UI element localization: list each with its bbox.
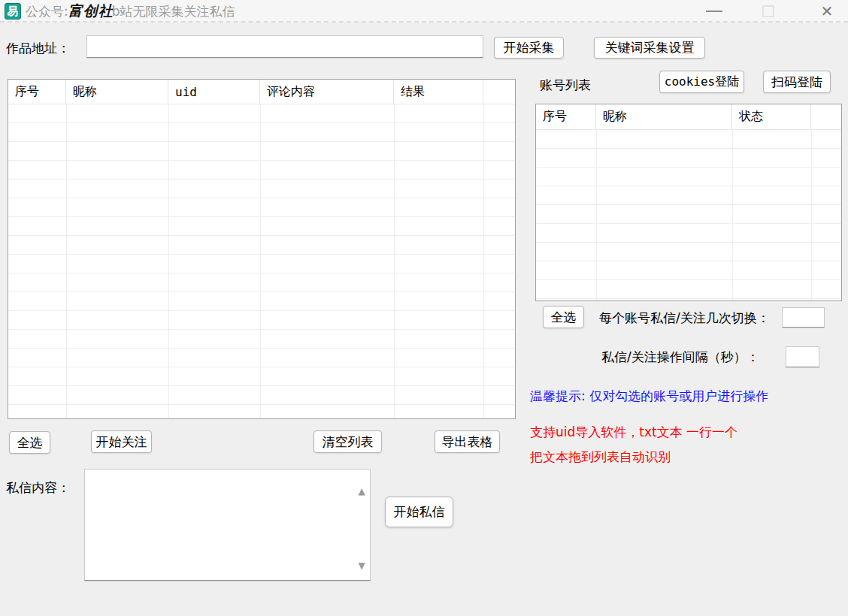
hint-blue-note: 温馨提示: 仅对勾选的账号或用户进行操作 xyxy=(530,388,768,405)
column-divider xyxy=(483,104,484,418)
url-label: 作品地址： xyxy=(6,40,70,57)
export-table-button[interactable]: 导出表格 xyxy=(435,430,500,453)
clear-list-button[interactable]: 清空列表 xyxy=(313,430,382,453)
column-header-spacer xyxy=(483,80,515,104)
qr-login-button[interactable]: 扫码登陆 xyxy=(763,71,831,93)
start-dm-button[interactable]: 开始私信 xyxy=(385,497,453,527)
start-follow-button[interactable]: 开始关注 xyxy=(91,430,152,453)
hint-red-line1: 支持uid导入软件，txt文本 一行一个 xyxy=(530,424,737,441)
accounts-select-all-button[interactable]: 全选 xyxy=(543,306,584,328)
column-divider xyxy=(168,104,169,418)
column-header-result[interactable]: 结果 xyxy=(394,80,483,104)
comments-select-all-button[interactable]: 全选 xyxy=(9,431,50,454)
switch-count-input[interactable] xyxy=(782,307,825,328)
column-header-index[interactable]: 序号 xyxy=(536,104,596,129)
window-title: 公众号:富创社b站无限采集关注私信 xyxy=(26,0,235,23)
column-divider xyxy=(811,130,812,300)
interval-input[interactable] xyxy=(786,346,819,367)
column-divider xyxy=(260,104,261,418)
maximize-button[interactable] xyxy=(752,0,785,23)
column-header-nickname[interactable]: 昵称 xyxy=(66,80,168,104)
maximize-icon xyxy=(762,5,774,17)
column-divider xyxy=(596,130,597,300)
hint-red-line2: 把文本拖到列表自动识别 xyxy=(530,448,671,466)
close-button[interactable]: ✕ xyxy=(810,0,843,23)
window-title-prefix: 公众号: xyxy=(26,3,68,20)
scroll-up-icon[interactable]: ▲ xyxy=(356,486,367,497)
column-divider xyxy=(66,104,67,418)
switch-count-label: 每个账号私信/关注几次切换： xyxy=(599,310,770,327)
column-header-spacer xyxy=(811,104,841,129)
url-input[interactable] xyxy=(86,35,483,58)
start-collect-button[interactable]: 开始采集 xyxy=(494,37,564,59)
window-title-brand: 富创社 xyxy=(68,2,114,21)
scroll-down-icon[interactable]: ▼ xyxy=(356,560,367,571)
comments-table-body[interactable] xyxy=(8,104,515,418)
column-header-comment[interactable]: 评论内容 xyxy=(260,80,394,104)
window-title-rest: b站无限采集关注私信 xyxy=(112,3,235,20)
dm-content-label: 私信内容： xyxy=(6,479,70,497)
column-header-uid[interactable]: uid xyxy=(168,80,260,104)
accounts-table-body[interactable] xyxy=(536,130,841,300)
column-header-index[interactable]: 序号 xyxy=(8,80,66,104)
title-bar: 易 公众号:富创社b站无限采集关注私信 ✕ xyxy=(0,0,848,23)
column-divider xyxy=(732,130,733,300)
interval-label: 私信/关注操作间隔（秒）： xyxy=(601,349,759,366)
comments-table-header: 序号 昵称 uid 评论内容 结果 xyxy=(8,80,515,104)
column-header-nickname[interactable]: 昵称 xyxy=(596,104,732,129)
dm-content-box: ▲ ▼ xyxy=(84,469,371,581)
minimize-icon xyxy=(706,11,722,12)
column-header-status[interactable]: 状态 xyxy=(732,104,811,129)
keyword-collect-settings-button[interactable]: 关键词采集设置 xyxy=(594,37,705,59)
accounts-table: 序号 昵称 状态 xyxy=(535,104,842,301)
cookies-login-button[interactable]: cookies登陆 xyxy=(659,71,744,93)
column-divider xyxy=(394,104,395,418)
app-icon: 易 xyxy=(5,3,21,20)
dm-content-input[interactable] xyxy=(85,470,354,580)
accounts-table-header: 序号 昵称 状态 xyxy=(536,104,841,130)
account-list-label: 账号列表 xyxy=(540,77,591,94)
comments-table: 序号 昵称 uid 评论内容 结果 xyxy=(8,79,516,419)
minimize-button[interactable] xyxy=(698,0,731,23)
